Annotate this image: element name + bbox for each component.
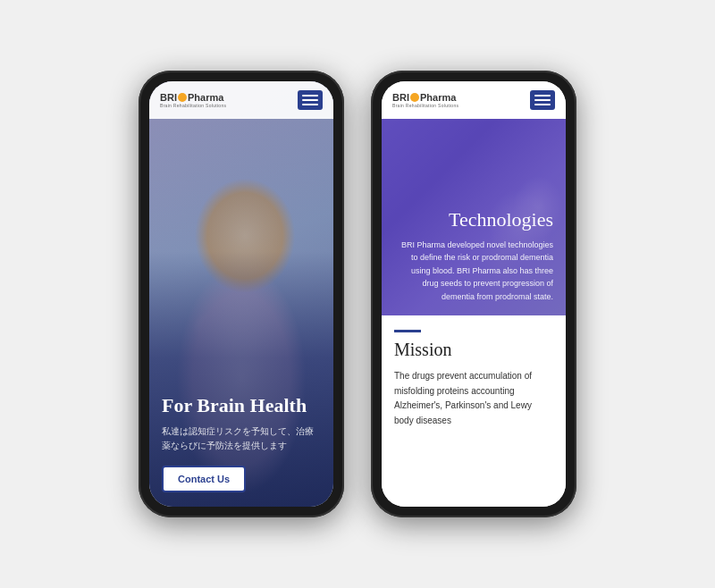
hamburger-line-2 xyxy=(302,99,318,101)
right-logo-subtitle: Brain Rehabilitation Solutions xyxy=(392,103,458,108)
left-screen-content: BRI Pharma Brain Rehabilitation Solution… xyxy=(149,81,333,507)
right-hamburger-line-1 xyxy=(534,95,551,97)
logo-circle-icon xyxy=(178,93,187,102)
right-hamburger-line-3 xyxy=(534,104,551,105)
logo-group: BRI Pharma Brain Rehabilitation Solution… xyxy=(160,92,226,108)
right-logo-circle-icon xyxy=(410,93,419,102)
tech-content: Technologies BRI Pharma developed novel … xyxy=(382,119,566,315)
left-navbar: BRI Pharma Brain Rehabilitation Solution… xyxy=(149,81,333,119)
right-phone: BRI Pharma Brain Rehabilitation Solution… xyxy=(371,71,576,517)
right-logo-top-row: BRI Pharma xyxy=(392,92,458,103)
scene: BRI Pharma Brain Rehabilitation Solution… xyxy=(103,44,612,544)
logo-bri-text: BRI xyxy=(160,92,177,103)
contact-us-button[interactable]: Contact Us xyxy=(162,466,246,492)
right-phone-screen: BRI Pharma Brain Rehabilitation Solution… xyxy=(382,81,566,507)
mission-accent-bar xyxy=(394,330,421,332)
mission-text: The drugs prevent accumulation of misfol… xyxy=(394,369,553,428)
left-phone: BRI Pharma Brain Rehabilitation Solution… xyxy=(139,71,344,517)
hamburger-line-1 xyxy=(302,95,318,97)
right-logo-group: BRI Pharma Brain Rehabilitation Solution… xyxy=(392,92,458,108)
tech-description: BRI Pharma developed novel technologies … xyxy=(394,239,553,303)
tech-title: Technologies xyxy=(394,208,553,231)
logo-pharma-text: Pharma xyxy=(188,92,223,103)
left-phone-screen: BRI Pharma Brain Rehabilitation Solution… xyxy=(149,81,333,507)
right-hamburger-button[interactable] xyxy=(530,90,555,110)
right-navbar: BRI Pharma Brain Rehabilitation Solution… xyxy=(382,81,566,119)
logo-top-row: BRI Pharma xyxy=(160,92,226,103)
right-logo-bri-text: BRI xyxy=(392,92,409,103)
hero-bottom: For Brain Health 私達は認知症リスクを予知して、治療薬ならびに予… xyxy=(149,380,333,507)
left-hamburger-button[interactable] xyxy=(298,90,323,110)
mission-section: Mission The drugs prevent accumulation o… xyxy=(382,315,566,507)
technologies-section: Technologies BRI Pharma developed novel … xyxy=(382,119,566,315)
left-logo: BRI Pharma Brain Rehabilitation Solution… xyxy=(160,92,226,108)
right-hamburger-line-2 xyxy=(534,99,551,101)
mission-title: Mission xyxy=(394,340,553,360)
right-logo: BRI Pharma Brain Rehabilitation Solution… xyxy=(392,92,458,108)
hero-title: For Brain Health xyxy=(162,394,321,417)
hamburger-line-3 xyxy=(302,104,318,105)
right-logo-pharma-text: Pharma xyxy=(420,92,456,103)
logo-subtitle: Brain Rehabilitation Solutions xyxy=(160,103,226,108)
hero-subtitle: 私達は認知症リスクを予知して、治療薬ならびに予防法を提供します xyxy=(162,424,321,453)
